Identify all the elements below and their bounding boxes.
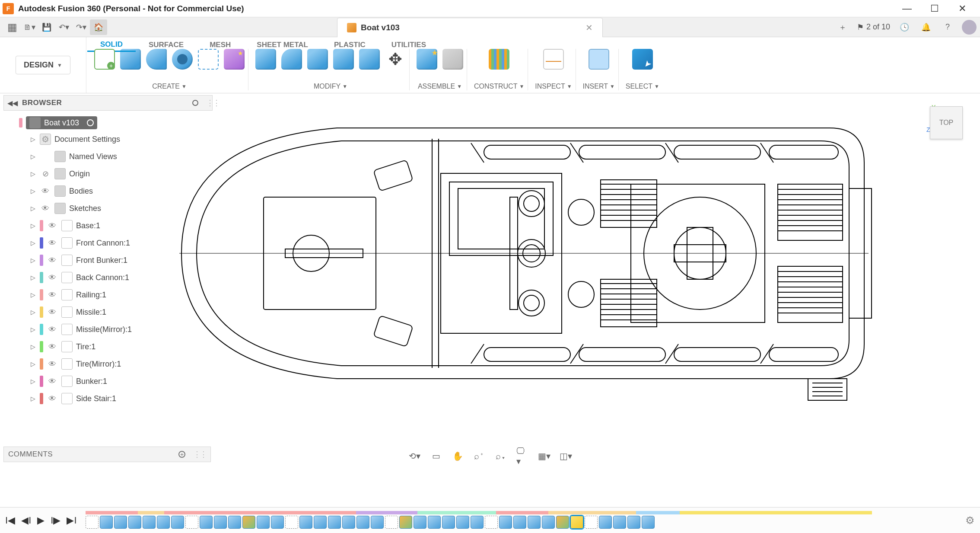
timeline-feature[interactable]: [143, 516, 156, 529]
visibility-toggle[interactable]: 👁: [47, 342, 58, 351]
visibility-toggle[interactable]: 👁: [40, 187, 51, 196]
timeline-feature[interactable]: [627, 516, 640, 529]
timeline-feature[interactable]: [642, 516, 655, 529]
expand-icon[interactable]: [29, 378, 36, 385]
close-tab-button[interactable]: ✕: [585, 22, 593, 33]
expand-icon[interactable]: [29, 239, 36, 246]
collapse-browser-icon[interactable]: ◀◀: [7, 99, 18, 107]
visibility-toggle[interactable]: 👁: [47, 308, 58, 317]
extensions-button[interactable]: 🕓: [897, 20, 912, 35]
visibility-toggle[interactable]: 👁: [40, 204, 51, 213]
workspace-tab-mesh[interactable]: MESH: [197, 38, 244, 52]
grid-settings-button[interactable]: ▦▾: [538, 450, 550, 463]
data-panel-button[interactable]: ▦: [3, 19, 21, 35]
timeline-feature[interactable]: [485, 516, 498, 529]
timeline-feature[interactable]: [271, 516, 284, 529]
inspect-dropdown[interactable]: INSPECT ▼: [535, 83, 572, 90]
timeline-feature[interactable]: [556, 516, 569, 529]
timeline-feature[interactable]: [214, 516, 227, 529]
user-avatar[interactable]: [962, 20, 977, 35]
insert-dropdown[interactable]: INSERT ▼: [583, 83, 615, 90]
browser-item[interactable]: 👁Back Cannon:1: [4, 269, 212, 286]
timeline-feature[interactable]: [285, 516, 298, 529]
file-menu-button[interactable]: 🗎▾: [21, 19, 38, 35]
job-status[interactable]: ⚑ 2 of 10: [857, 22, 890, 32]
close-button[interactable]: ✕: [956, 3, 969, 14]
timeline-feature[interactable]: [528, 516, 541, 529]
expand-icon[interactable]: [29, 205, 36, 212]
pan-button[interactable]: ✋: [451, 450, 464, 463]
form-button[interactable]: [224, 49, 245, 70]
orbit-button[interactable]: ⟲▾: [408, 450, 421, 463]
timeline-feature[interactable]: [242, 516, 255, 529]
timeline-feature[interactable]: [513, 516, 526, 529]
visibility-toggle[interactable]: 👁: [47, 360, 58, 369]
workspace-tab-sheet-metal[interactable]: SHEET METAL: [244, 38, 321, 52]
shell-button[interactable]: [307, 49, 328, 70]
display-settings-button[interactable]: 🖵▾: [516, 450, 529, 463]
timeline-track[interactable]: [86, 511, 960, 530]
construct-plane-button[interactable]: [489, 49, 509, 70]
browser-item[interactable]: 👁Bodies: [4, 182, 212, 200]
workspace-button[interactable]: DESIGN ▼: [16, 56, 70, 74]
expand-icon[interactable]: [29, 170, 36, 177]
expand-icon[interactable]: [29, 222, 36, 229]
undo-button[interactable]: ↶▾: [55, 19, 73, 35]
timeline-feature[interactable]: [442, 516, 455, 529]
zoom-button[interactable]: ⌕▾: [494, 450, 507, 463]
timeline-feature[interactable]: [185, 516, 198, 529]
timeline-feature[interactable]: [613, 516, 626, 529]
browser-item[interactable]: 👁Tire(Mirror):1: [4, 355, 212, 373]
expand-icon[interactable]: [29, 153, 36, 160]
construct-dropdown[interactable]: CONSTRUCT ▼: [474, 83, 524, 90]
timeline-step-fwd-button[interactable]: I▶: [51, 515, 60, 526]
expand-icon[interactable]: [29, 291, 36, 298]
visibility-toggle[interactable]: 👁: [47, 325, 58, 334]
visibility-toggle[interactable]: 👁: [47, 221, 58, 230]
timeline-feature[interactable]: [114, 516, 127, 529]
timeline-feature[interactable]: [399, 516, 412, 529]
browser-item[interactable]: 👁Side Stair:1: [4, 390, 212, 407]
workspace-tab-surface[interactable]: SURFACE: [136, 38, 197, 52]
new-tab-button[interactable]: ＋: [835, 20, 850, 35]
timeline-feature[interactable]: [342, 516, 355, 529]
timeline-feature[interactable]: [200, 516, 213, 529]
create-dropdown[interactable]: CREATE ▼: [152, 83, 187, 90]
timeline-feature[interactable]: [157, 516, 170, 529]
browser-item[interactable]: 👁Front Bunker:1: [4, 252, 212, 269]
save-button[interactable]: 💾: [38, 19, 55, 35]
joint-button[interactable]: [442, 49, 463, 70]
fillet-button[interactable]: [281, 49, 302, 70]
timeline-feature[interactable]: [570, 516, 583, 529]
expand-icon[interactable]: [29, 257, 36, 264]
timeline-feature[interactable]: [228, 516, 241, 529]
browser-root-node[interactable]: Boat v103: [26, 116, 97, 129]
browser-item[interactable]: 👁Sketches: [4, 200, 212, 217]
timeline-step-back-button[interactable]: ◀I: [21, 515, 31, 526]
timeline-feature[interactable]: [414, 516, 426, 529]
maximize-button[interactable]: ☐: [928, 3, 941, 14]
document-tab[interactable]: Boat v103 ✕: [337, 18, 603, 37]
viewport-layout-button[interactable]: ◫▾: [559, 450, 572, 463]
timeline-play-button[interactable]: ▶: [37, 515, 45, 526]
timeline-feature[interactable]: [171, 516, 184, 529]
offset-face-button[interactable]: [359, 49, 380, 70]
browser-item[interactable]: 👁Railing:1: [4, 286, 212, 303]
select-dropdown[interactable]: SELECT ▼: [626, 83, 659, 90]
measure-button[interactable]: [543, 49, 564, 70]
browser-item[interactable]: 👁Base:1: [4, 217, 212, 234]
press-pull-button[interactable]: [255, 49, 276, 70]
timeline-feature[interactable]: [471, 516, 484, 529]
timeline-feature[interactable]: [585, 516, 598, 529]
workspace-tab-plastic[interactable]: PLASTIC: [321, 38, 379, 52]
visibility-toggle[interactable]: 👁: [47, 377, 58, 386]
expand-icon[interactable]: [29, 274, 36, 281]
modify-dropdown[interactable]: MODIFY ▼: [314, 83, 347, 90]
expand-icon[interactable]: [29, 309, 36, 316]
browser-item[interactable]: 👁Bunker:1: [4, 373, 212, 390]
browser-item[interactable]: ⊘Origin: [4, 165, 212, 182]
move-button[interactable]: ✥: [385, 49, 406, 70]
expand-icon[interactable]: [29, 326, 36, 333]
visibility-toggle[interactable]: 👁: [47, 256, 58, 265]
timeline-feature[interactable]: [314, 516, 327, 529]
